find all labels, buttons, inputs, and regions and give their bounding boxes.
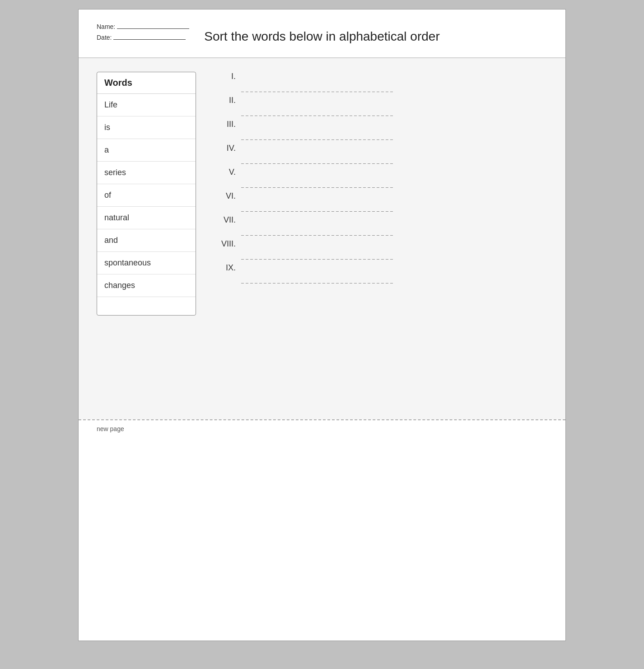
new-page-section: new page (79, 419, 565, 437)
answer-line-6[interactable] (241, 211, 395, 212)
answer-line-7[interactable] (241, 235, 395, 236)
content-section: Words Life is a series of natural and sp… (79, 58, 565, 419)
numeral-8: VIII. (214, 239, 241, 251)
name-underline (117, 28, 189, 29)
words-box: Words Life is a series of natural and sp… (97, 72, 196, 316)
content-layout: Words Life is a series of natural and sp… (97, 72, 547, 316)
spacer (97, 316, 547, 361)
answer-item-6: VI. (214, 191, 547, 203)
answer-item-7: VII. (214, 215, 547, 227)
word-item-changes: changes (97, 274, 196, 297)
answer-line-9[interactable] (241, 283, 395, 283)
date-underline (113, 39, 186, 40)
word-item-is: is (97, 116, 196, 139)
numeral-4: IV. (214, 144, 241, 155)
answer-item-8: VIII. (214, 239, 547, 251)
word-item-and: and (97, 229, 196, 252)
answer-line-4[interactable] (241, 163, 395, 164)
answer-list: I. II. III. IV. V. (214, 72, 547, 287)
numeral-2: II. (214, 96, 241, 107)
words-footer (97, 297, 196, 315)
numeral-5: V. (214, 167, 241, 179)
word-item-of: of (97, 184, 196, 207)
numeral-1: I. (214, 72, 241, 83)
answer-item-5: V. (214, 167, 547, 179)
word-item-series: series (97, 162, 196, 184)
new-page-label: new page (97, 425, 124, 432)
numeral-6: VI. (214, 191, 241, 203)
numeral-9: IX. (214, 263, 241, 274)
answer-item-3: III. (214, 120, 547, 131)
word-item-life: Life (97, 94, 196, 116)
answer-item-1: I. (214, 72, 547, 83)
date-label: Date: (97, 34, 112, 41)
numeral-3: III. (214, 120, 241, 131)
words-box-header: Words (97, 72, 196, 94)
numeral-7: VII. (214, 215, 241, 227)
answer-line-1[interactable] (241, 92, 395, 92)
word-item-a: a (97, 139, 196, 162)
answer-line-2[interactable] (241, 116, 395, 116)
answer-line-3[interactable] (241, 139, 395, 140)
answer-item-4: IV. (214, 144, 547, 155)
header-section: Name: Date: Sort the words below in alph… (79, 9, 565, 58)
answer-line-5[interactable] (241, 187, 395, 188)
answer-item-2: II. (214, 96, 547, 107)
word-item-natural: natural (97, 207, 196, 229)
name-label: Name: (97, 23, 115, 30)
answer-line-8[interactable] (241, 259, 395, 260)
page-container: Name: Date: Sort the words below in alph… (78, 9, 566, 641)
word-item-spontaneous: spontaneous (97, 252, 196, 274)
answer-item-9: IX. (214, 263, 547, 274)
